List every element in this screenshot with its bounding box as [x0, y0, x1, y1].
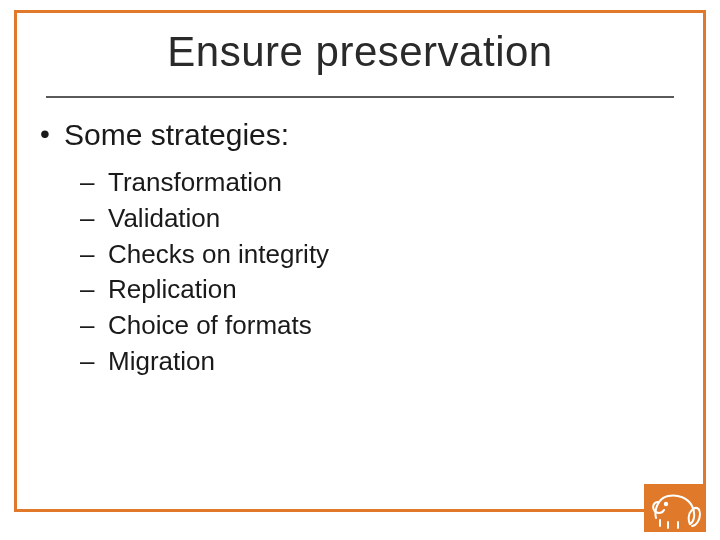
bullet-level-2: Checks on integrity [80, 238, 680, 272]
bullet-level-2: Choice of formats [80, 309, 680, 343]
elephant-logo-icon [644, 484, 706, 532]
title-rule [46, 96, 674, 98]
bullet-level-2: Transformation [80, 166, 680, 200]
bullet-level-1: Some strategies: [40, 118, 680, 152]
svg-point-1 [665, 503, 667, 505]
slide: Ensure preservation Some strategies: Tra… [0, 0, 720, 540]
bullet-level-2: Validation [80, 202, 680, 236]
bullet-level-2: Migration [80, 345, 680, 379]
bullet-level-2: Replication [80, 273, 680, 307]
slide-body: Some strategies: Transformation Validati… [40, 118, 680, 381]
slide-title: Ensure preservation [0, 28, 720, 76]
